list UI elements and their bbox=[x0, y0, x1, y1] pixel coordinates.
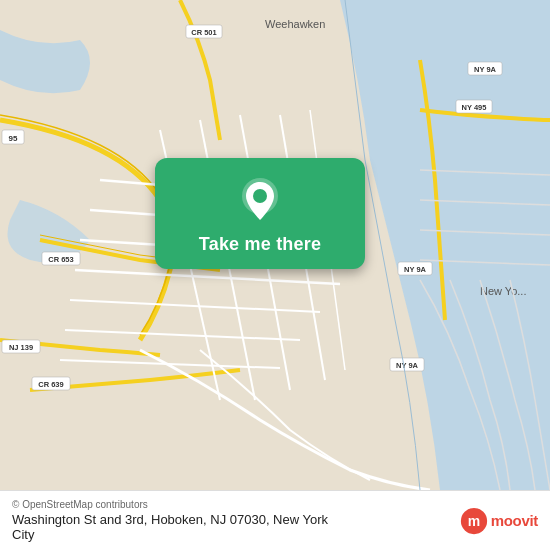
moovit-logo: m moovit bbox=[460, 507, 538, 535]
green-card[interactable]: Take me there bbox=[155, 158, 365, 269]
cta-label[interactable]: Take me there bbox=[199, 234, 321, 255]
svg-text:NY 495: NY 495 bbox=[462, 103, 487, 112]
svg-text:CR 639: CR 639 bbox=[38, 380, 63, 389]
svg-text:NJ 139: NJ 139 bbox=[9, 343, 33, 352]
address-text: Washington St and 3rd, Hoboken, NJ 07030… bbox=[12, 512, 342, 542]
svg-text:Weehawken: Weehawken bbox=[265, 18, 325, 30]
bottom-bar: © OpenStreetMap contributors Washington … bbox=[0, 490, 550, 550]
osm-copyright: © OpenStreetMap contributors bbox=[12, 499, 446, 510]
svg-text:CR 653: CR 653 bbox=[48, 255, 73, 264]
svg-text:New Yo...: New Yo... bbox=[480, 285, 526, 297]
map-container: 95 CR 653 CR 501 CR 639 NJ 139 NY 9A NY … bbox=[0, 0, 550, 490]
svg-text:m: m bbox=[467, 513, 479, 529]
svg-text:NY 9A: NY 9A bbox=[474, 65, 497, 74]
svg-point-38 bbox=[253, 189, 267, 203]
svg-text:NY 9A: NY 9A bbox=[396, 361, 419, 370]
svg-text:NY 9A: NY 9A bbox=[404, 265, 427, 274]
svg-text:CR 501: CR 501 bbox=[191, 28, 216, 37]
moovit-brand-icon: m bbox=[460, 507, 488, 535]
cta-button-container[interactable]: Take me there bbox=[155, 158, 365, 269]
moovit-text: moovit bbox=[491, 512, 538, 529]
svg-text:95: 95 bbox=[9, 134, 18, 143]
location-pin-icon bbox=[236, 176, 284, 224]
